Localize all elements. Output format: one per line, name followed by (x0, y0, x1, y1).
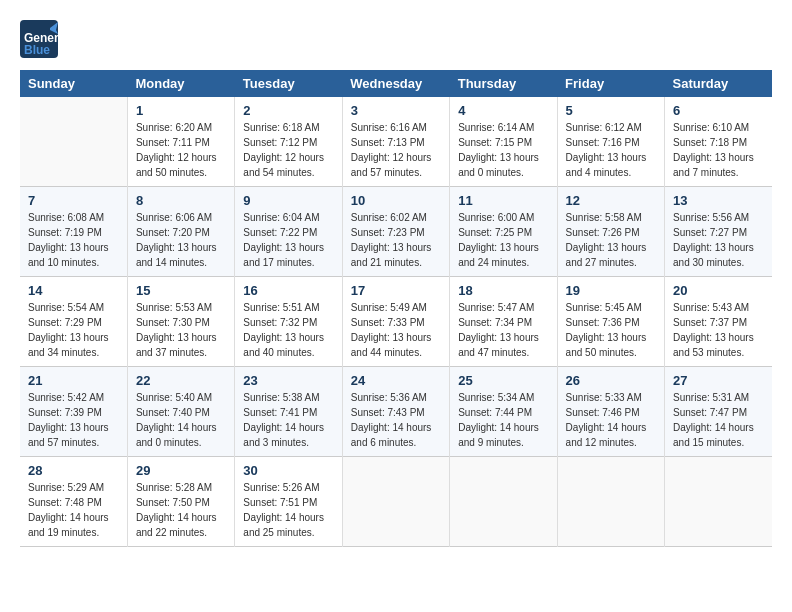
calendar-cell: 18Sunrise: 5:47 AM Sunset: 7:34 PM Dayli… (450, 277, 557, 367)
calendar-cell (450, 457, 557, 547)
day-info: Sunrise: 5:43 AM Sunset: 7:37 PM Dayligh… (673, 300, 764, 360)
weekday-header-friday: Friday (557, 70, 664, 97)
svg-text:Blue: Blue (24, 43, 50, 57)
day-number: 8 (136, 193, 226, 208)
day-number: 6 (673, 103, 764, 118)
day-info: Sunrise: 6:06 AM Sunset: 7:20 PM Dayligh… (136, 210, 226, 270)
day-info: Sunrise: 6:10 AM Sunset: 7:18 PM Dayligh… (673, 120, 764, 180)
calendar-cell: 1Sunrise: 6:20 AM Sunset: 7:11 PM Daylig… (127, 97, 234, 187)
day-number: 20 (673, 283, 764, 298)
calendar-week-5: 28Sunrise: 5:29 AM Sunset: 7:48 PM Dayli… (20, 457, 772, 547)
calendar-cell: 21Sunrise: 5:42 AM Sunset: 7:39 PM Dayli… (20, 367, 127, 457)
day-info: Sunrise: 6:04 AM Sunset: 7:22 PM Dayligh… (243, 210, 333, 270)
day-info: Sunrise: 5:38 AM Sunset: 7:41 PM Dayligh… (243, 390, 333, 450)
calendar-cell: 16Sunrise: 5:51 AM Sunset: 7:32 PM Dayli… (235, 277, 342, 367)
calendar-cell: 26Sunrise: 5:33 AM Sunset: 7:46 PM Dayli… (557, 367, 664, 457)
weekday-header-saturday: Saturday (665, 70, 772, 97)
day-number: 21 (28, 373, 119, 388)
calendar-cell: 15Sunrise: 5:53 AM Sunset: 7:30 PM Dayli… (127, 277, 234, 367)
calendar-week-4: 21Sunrise: 5:42 AM Sunset: 7:39 PM Dayli… (20, 367, 772, 457)
day-info: Sunrise: 5:53 AM Sunset: 7:30 PM Dayligh… (136, 300, 226, 360)
day-info: Sunrise: 5:56 AM Sunset: 7:27 PM Dayligh… (673, 210, 764, 270)
calendar-cell: 22Sunrise: 5:40 AM Sunset: 7:40 PM Dayli… (127, 367, 234, 457)
day-number: 30 (243, 463, 333, 478)
calendar-cell: 23Sunrise: 5:38 AM Sunset: 7:41 PM Dayli… (235, 367, 342, 457)
day-number: 4 (458, 103, 548, 118)
day-info: Sunrise: 5:36 AM Sunset: 7:43 PM Dayligh… (351, 390, 441, 450)
day-info: Sunrise: 5:40 AM Sunset: 7:40 PM Dayligh… (136, 390, 226, 450)
calendar-cell: 17Sunrise: 5:49 AM Sunset: 7:33 PM Dayli… (342, 277, 449, 367)
day-info: Sunrise: 6:00 AM Sunset: 7:25 PM Dayligh… (458, 210, 548, 270)
day-info: Sunrise: 6:08 AM Sunset: 7:19 PM Dayligh… (28, 210, 119, 270)
day-info: Sunrise: 5:58 AM Sunset: 7:26 PM Dayligh… (566, 210, 656, 270)
weekday-header-monday: Monday (127, 70, 234, 97)
day-info: Sunrise: 5:26 AM Sunset: 7:51 PM Dayligh… (243, 480, 333, 540)
logo-icon: General Blue (20, 20, 58, 58)
calendar-cell: 30Sunrise: 5:26 AM Sunset: 7:51 PM Dayli… (235, 457, 342, 547)
day-info: Sunrise: 6:02 AM Sunset: 7:23 PM Dayligh… (351, 210, 441, 270)
day-number: 27 (673, 373, 764, 388)
weekday-header-thursday: Thursday (450, 70, 557, 97)
day-info: Sunrise: 5:45 AM Sunset: 7:36 PM Dayligh… (566, 300, 656, 360)
day-number: 19 (566, 283, 656, 298)
calendar-cell: 3Sunrise: 6:16 AM Sunset: 7:13 PM Daylig… (342, 97, 449, 187)
day-number: 13 (673, 193, 764, 208)
day-number: 11 (458, 193, 548, 208)
calendar-week-3: 14Sunrise: 5:54 AM Sunset: 7:29 PM Dayli… (20, 277, 772, 367)
day-info: Sunrise: 5:42 AM Sunset: 7:39 PM Dayligh… (28, 390, 119, 450)
day-info: Sunrise: 5:28 AM Sunset: 7:50 PM Dayligh… (136, 480, 226, 540)
calendar-cell: 4Sunrise: 6:14 AM Sunset: 7:15 PM Daylig… (450, 97, 557, 187)
weekday-header-wednesday: Wednesday (342, 70, 449, 97)
day-info: Sunrise: 6:20 AM Sunset: 7:11 PM Dayligh… (136, 120, 226, 180)
day-number: 10 (351, 193, 441, 208)
day-info: Sunrise: 5:29 AM Sunset: 7:48 PM Dayligh… (28, 480, 119, 540)
calendar-cell (665, 457, 772, 547)
calendar-week-2: 7Sunrise: 6:08 AM Sunset: 7:19 PM Daylig… (20, 187, 772, 277)
calendar-cell: 2Sunrise: 6:18 AM Sunset: 7:12 PM Daylig… (235, 97, 342, 187)
day-info: Sunrise: 5:47 AM Sunset: 7:34 PM Dayligh… (458, 300, 548, 360)
calendar-cell (557, 457, 664, 547)
calendar-cell: 24Sunrise: 5:36 AM Sunset: 7:43 PM Dayli… (342, 367, 449, 457)
day-number: 14 (28, 283, 119, 298)
logo: General Blue (20, 20, 58, 60)
day-number: 23 (243, 373, 333, 388)
weekday-header-tuesday: Tuesday (235, 70, 342, 97)
calendar-cell: 12Sunrise: 5:58 AM Sunset: 7:26 PM Dayli… (557, 187, 664, 277)
day-number: 9 (243, 193, 333, 208)
day-number: 12 (566, 193, 656, 208)
calendar-cell: 9Sunrise: 6:04 AM Sunset: 7:22 PM Daylig… (235, 187, 342, 277)
day-info: Sunrise: 5:49 AM Sunset: 7:33 PM Dayligh… (351, 300, 441, 360)
calendar-cell: 25Sunrise: 5:34 AM Sunset: 7:44 PM Dayli… (450, 367, 557, 457)
calendar-cell: 14Sunrise: 5:54 AM Sunset: 7:29 PM Dayli… (20, 277, 127, 367)
day-info: Sunrise: 5:33 AM Sunset: 7:46 PM Dayligh… (566, 390, 656, 450)
calendar-cell (342, 457, 449, 547)
calendar-cell (20, 97, 127, 187)
calendar-cell: 19Sunrise: 5:45 AM Sunset: 7:36 PM Dayli… (557, 277, 664, 367)
calendar-cell: 6Sunrise: 6:10 AM Sunset: 7:18 PM Daylig… (665, 97, 772, 187)
calendar-week-1: 1Sunrise: 6:20 AM Sunset: 7:11 PM Daylig… (20, 97, 772, 187)
day-info: Sunrise: 5:31 AM Sunset: 7:47 PM Dayligh… (673, 390, 764, 450)
calendar-cell: 11Sunrise: 6:00 AM Sunset: 7:25 PM Dayli… (450, 187, 557, 277)
day-number: 2 (243, 103, 333, 118)
day-number: 7 (28, 193, 119, 208)
day-info: Sunrise: 6:18 AM Sunset: 7:12 PM Dayligh… (243, 120, 333, 180)
day-number: 18 (458, 283, 548, 298)
header: General Blue (20, 20, 772, 60)
day-number: 25 (458, 373, 548, 388)
calendar-cell: 7Sunrise: 6:08 AM Sunset: 7:19 PM Daylig… (20, 187, 127, 277)
day-info: Sunrise: 6:16 AM Sunset: 7:13 PM Dayligh… (351, 120, 441, 180)
day-info: Sunrise: 5:54 AM Sunset: 7:29 PM Dayligh… (28, 300, 119, 360)
calendar-cell: 27Sunrise: 5:31 AM Sunset: 7:47 PM Dayli… (665, 367, 772, 457)
day-number: 22 (136, 373, 226, 388)
day-info: Sunrise: 6:14 AM Sunset: 7:15 PM Dayligh… (458, 120, 548, 180)
day-info: Sunrise: 5:51 AM Sunset: 7:32 PM Dayligh… (243, 300, 333, 360)
calendar-cell: 29Sunrise: 5:28 AM Sunset: 7:50 PM Dayli… (127, 457, 234, 547)
weekday-header-sunday: Sunday (20, 70, 127, 97)
calendar-cell: 8Sunrise: 6:06 AM Sunset: 7:20 PM Daylig… (127, 187, 234, 277)
calendar-cell: 5Sunrise: 6:12 AM Sunset: 7:16 PM Daylig… (557, 97, 664, 187)
day-number: 29 (136, 463, 226, 478)
calendar-header: SundayMondayTuesdayWednesdayThursdayFrid… (20, 70, 772, 97)
calendar-table: SundayMondayTuesdayWednesdayThursdayFrid… (20, 70, 772, 547)
day-number: 16 (243, 283, 333, 298)
calendar-cell: 20Sunrise: 5:43 AM Sunset: 7:37 PM Dayli… (665, 277, 772, 367)
